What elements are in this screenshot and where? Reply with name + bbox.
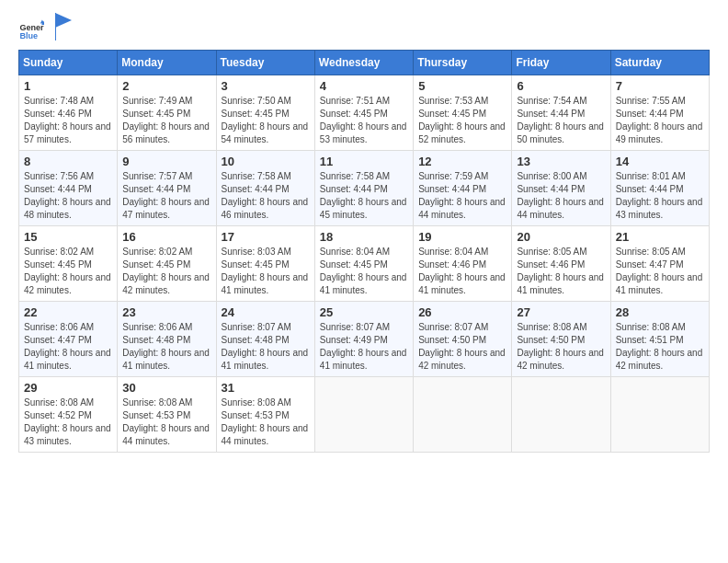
calendar-cell: 3Sunrise: 7:50 AMSunset: 4:45 PMDaylight… [216, 75, 314, 151]
calendar-table: SundayMondayTuesdayWednesdayThursdayFrid… [18, 50, 710, 453]
calendar-cell: 23Sunrise: 8:06 AMSunset: 4:48 PMDayligh… [118, 302, 216, 377]
calendar-cell: 16Sunrise: 8:02 AMSunset: 4:45 PMDayligh… [118, 226, 216, 302]
day-info: Sunrise: 8:06 AMSunset: 4:47 PMDaylight:… [24, 321, 112, 373]
calendar-cell: 8Sunrise: 7:56 AMSunset: 4:44 PMDaylight… [19, 151, 118, 226]
calendar-cell: 19Sunrise: 8:04 AMSunset: 4:46 PMDayligh… [414, 226, 512, 302]
day-info: Sunrise: 8:08 AMSunset: 4:50 PMDaylight:… [517, 321, 605, 373]
calendar-cell: 26Sunrise: 8:07 AMSunset: 4:50 PMDayligh… [414, 302, 512, 377]
day-info: Sunrise: 8:08 AMSunset: 4:51 PMDaylight:… [616, 321, 704, 373]
day-info: Sunrise: 8:04 AMSunset: 4:45 PMDaylight:… [320, 246, 408, 297]
calendar-cell: 30Sunrise: 8:08 AMSunset: 4:53 PMDayligh… [118, 377, 216, 453]
day-number: 4 [320, 79, 408, 93]
day-info: Sunrise: 8:08 AMSunset: 4:52 PMDaylight:… [24, 396, 112, 448]
day-info: Sunrise: 7:59 AMSunset: 4:44 PMDaylight:… [418, 170, 506, 222]
calendar-cell [414, 377, 512, 453]
calendar-header-wednesday: Wednesday [314, 51, 413, 75]
day-info: Sunrise: 8:07 AMSunset: 4:50 PMDaylight:… [418, 321, 506, 373]
day-number: 19 [418, 230, 506, 244]
day-info: Sunrise: 8:07 AMSunset: 4:49 PMDaylight:… [320, 321, 408, 373]
calendar-header-tuesday: Tuesday [216, 51, 314, 75]
day-info: Sunrise: 8:04 AMSunset: 4:46 PMDaylight:… [418, 246, 506, 297]
day-number: 12 [418, 155, 506, 168]
calendar-cell: 11Sunrise: 7:58 AMSunset: 4:44 PMDayligh… [314, 151, 413, 226]
day-number: 6 [517, 79, 605, 93]
day-number: 15 [24, 230, 112, 244]
day-number: 7 [616, 79, 704, 93]
calendar-cell: 1Sunrise: 7:48 AMSunset: 4:46 PMDaylight… [19, 75, 118, 151]
day-info: Sunrise: 7:51 AMSunset: 4:45 PMDaylight:… [320, 95, 408, 146]
day-info: Sunrise: 8:03 AMSunset: 4:45 PMDaylight:… [222, 246, 310, 297]
logo-flag-icon [55, 13, 74, 40]
calendar-cell: 13Sunrise: 8:00 AMSunset: 4:44 PMDayligh… [512, 151, 610, 226]
day-number: 26 [418, 305, 506, 319]
calendar-cell: 7Sunrise: 7:55 AMSunset: 4:44 PMDaylight… [610, 75, 709, 151]
svg-marker-4 [55, 13, 72, 28]
day-info: Sunrise: 7:48 AMSunset: 4:46 PMDaylight:… [24, 95, 112, 146]
day-number: 14 [616, 155, 704, 168]
day-info: Sunrise: 8:08 AMSunset: 4:53 PMDaylight:… [222, 396, 310, 448]
calendar-cell: 22Sunrise: 8:06 AMSunset: 4:47 PMDayligh… [19, 302, 118, 377]
day-info: Sunrise: 8:07 AMSunset: 4:48 PMDaylight:… [222, 321, 310, 373]
day-info: Sunrise: 7:57 AMSunset: 4:44 PMDaylight:… [122, 170, 210, 222]
logo-icon: General Blue [18, 18, 44, 44]
calendar-cell: 15Sunrise: 8:02 AMSunset: 4:45 PMDayligh… [19, 226, 118, 302]
day-number: 25 [320, 305, 408, 319]
day-number: 31 [222, 381, 310, 395]
day-number: 24 [222, 305, 310, 319]
day-number: 29 [24, 381, 112, 395]
day-number: 1 [24, 79, 112, 93]
calendar-header-saturday: Saturday [610, 51, 709, 75]
calendar-header-thursday: Thursday [414, 51, 512, 75]
calendar-cell [610, 377, 709, 453]
day-info: Sunrise: 7:58 AMSunset: 4:44 PMDaylight:… [320, 170, 408, 222]
calendar-week-1: 1Sunrise: 7:48 AMSunset: 4:46 PMDaylight… [19, 75, 710, 151]
day-number: 21 [616, 230, 704, 244]
day-info: Sunrise: 8:05 AMSunset: 4:46 PMDaylight:… [517, 246, 605, 297]
calendar-header-sunday: Sunday [19, 51, 118, 75]
calendar-cell: 24Sunrise: 8:07 AMSunset: 4:48 PMDayligh… [216, 302, 314, 377]
calendar-week-2: 8Sunrise: 7:56 AMSunset: 4:44 PMDaylight… [19, 151, 710, 226]
day-number: 22 [24, 305, 112, 319]
calendar-cell: 31Sunrise: 8:08 AMSunset: 4:53 PMDayligh… [216, 377, 314, 453]
day-info: Sunrise: 7:56 AMSunset: 4:44 PMDaylight:… [24, 170, 112, 222]
day-number: 17 [222, 230, 310, 244]
calendar-cell: 12Sunrise: 7:59 AMSunset: 4:44 PMDayligh… [414, 151, 512, 226]
calendar-cell: 28Sunrise: 8:08 AMSunset: 4:51 PMDayligh… [610, 302, 709, 377]
calendar-cell: 10Sunrise: 7:58 AMSunset: 4:44 PMDayligh… [216, 151, 314, 226]
calendar-cell: 14Sunrise: 8:01 AMSunset: 4:44 PMDayligh… [610, 151, 709, 226]
calendar-cell: 9Sunrise: 7:57 AMSunset: 4:44 PMDaylight… [118, 151, 216, 226]
day-number: 16 [122, 230, 210, 244]
day-number: 8 [24, 155, 112, 168]
day-info: Sunrise: 8:02 AMSunset: 4:45 PMDaylight:… [122, 246, 210, 297]
day-number: 27 [517, 305, 605, 319]
calendar-cell: 17Sunrise: 8:03 AMSunset: 4:45 PMDayligh… [216, 226, 314, 302]
day-number: 9 [122, 155, 210, 168]
day-number: 13 [517, 155, 605, 168]
logo: General Blue [18, 18, 74, 44]
calendar-cell: 6Sunrise: 7:54 AMSunset: 4:44 PMDaylight… [512, 75, 610, 151]
calendar-cell: 27Sunrise: 8:08 AMSunset: 4:50 PMDayligh… [512, 302, 610, 377]
calendar-cell: 4Sunrise: 7:51 AMSunset: 4:45 PMDaylight… [314, 75, 413, 151]
day-info: Sunrise: 7:49 AMSunset: 4:45 PMDaylight:… [122, 95, 210, 146]
calendar-cell: 20Sunrise: 8:05 AMSunset: 4:46 PMDayligh… [512, 226, 610, 302]
day-info: Sunrise: 8:02 AMSunset: 4:45 PMDaylight:… [24, 246, 112, 297]
calendar-cell: 25Sunrise: 8:07 AMSunset: 4:49 PMDayligh… [314, 302, 413, 377]
calendar-cell: 5Sunrise: 7:53 AMSunset: 4:45 PMDaylight… [414, 75, 512, 151]
day-info: Sunrise: 7:55 AMSunset: 4:44 PMDaylight:… [616, 95, 704, 146]
calendar-header-monday: Monday [118, 51, 216, 75]
calendar-header-row: SundayMondayTuesdayWednesdayThursdayFrid… [19, 51, 710, 75]
svg-text:General: General [19, 23, 44, 32]
calendar-cell: 2Sunrise: 7:49 AMSunset: 4:45 PMDaylight… [118, 75, 216, 151]
day-number: 11 [320, 155, 408, 168]
calendar-cell [314, 377, 413, 453]
day-number: 2 [122, 79, 210, 93]
calendar-cell: 18Sunrise: 8:04 AMSunset: 4:45 PMDayligh… [314, 226, 413, 302]
page-header: General Blue [18, 18, 710, 44]
day-number: 5 [418, 79, 506, 93]
day-number: 30 [122, 381, 210, 395]
day-info: Sunrise: 7:54 AMSunset: 4:44 PMDaylight:… [517, 95, 605, 146]
calendar-week-4: 22Sunrise: 8:06 AMSunset: 4:47 PMDayligh… [19, 302, 710, 377]
svg-text:Blue: Blue [19, 31, 38, 40]
day-number: 18 [320, 230, 408, 244]
day-info: Sunrise: 7:58 AMSunset: 4:44 PMDaylight:… [222, 170, 310, 222]
